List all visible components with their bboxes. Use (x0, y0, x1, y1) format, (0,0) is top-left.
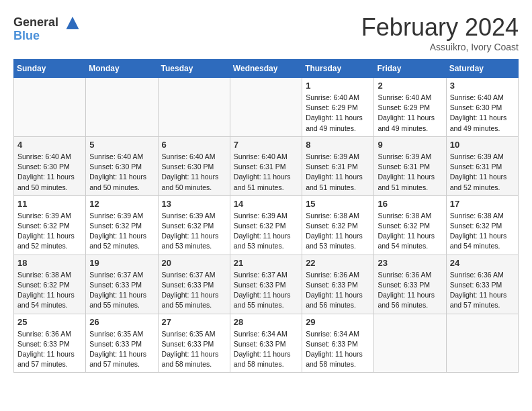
day-info: Sunrise: 6:36 AM Sunset: 6:33 PM Dayligh… (17, 329, 82, 370)
day-info: Sunrise: 6:39 AM Sunset: 6:31 PM Dayligh… (378, 152, 442, 193)
calendar-cell: 15Sunrise: 6:38 AM Sunset: 6:32 PM Dayli… (302, 195, 374, 255)
day-number: 10 (450, 140, 515, 150)
calendar-cell: 22Sunrise: 6:36 AM Sunset: 6:33 PM Dayli… (302, 255, 374, 314)
calendar-cell: 14Sunrise: 6:39 AM Sunset: 6:32 PM Dayli… (230, 195, 302, 255)
calendar-cell: 29Sunrise: 6:34 AM Sunset: 6:33 PM Dayli… (302, 314, 374, 373)
day-info: Sunrise: 6:40 AM Sunset: 6:30 PM Dayligh… (17, 152, 82, 193)
calendar-cell: 2Sunrise: 6:40 AM Sunset: 6:29 PM Daylig… (374, 78, 446, 137)
column-header-friday: Friday (374, 60, 446, 78)
day-number: 20 (162, 258, 226, 268)
day-number: 12 (89, 199, 154, 209)
calendar-week-row: 11Sunrise: 6:39 AM Sunset: 6:32 PM Dayli… (14, 195, 519, 255)
column-header-thursday: Thursday (302, 60, 374, 78)
calendar-cell: 5Sunrise: 6:40 AM Sunset: 6:30 PM Daylig… (86, 136, 158, 195)
calendar-cell: 4Sunrise: 6:40 AM Sunset: 6:30 PM Daylig… (14, 136, 86, 195)
calendar-cell: 12Sunrise: 6:39 AM Sunset: 6:32 PM Dayli… (86, 195, 158, 255)
day-info: Sunrise: 6:37 AM Sunset: 6:33 PM Dayligh… (89, 270, 154, 311)
day-info: Sunrise: 6:38 AM Sunset: 6:32 PM Dayligh… (378, 211, 442, 252)
day-info: Sunrise: 6:38 AM Sunset: 6:32 PM Dayligh… (17, 270, 82, 311)
day-number: 29 (306, 317, 370, 327)
calendar-cell: 1Sunrise: 6:40 AM Sunset: 6:29 PM Daylig… (302, 78, 374, 137)
month-title: February 2024 (361, 13, 519, 42)
day-number: 16 (378, 199, 442, 209)
calendar-cell: 16Sunrise: 6:38 AM Sunset: 6:32 PM Dayli… (374, 195, 446, 255)
day-number: 22 (306, 258, 370, 268)
calendar-cell: 26Sunrise: 6:35 AM Sunset: 6:33 PM Dayli… (86, 314, 158, 373)
calendar-cell: 11Sunrise: 6:39 AM Sunset: 6:32 PM Dayli… (14, 195, 86, 255)
day-number: 24 (450, 258, 515, 268)
day-number: 8 (306, 140, 370, 150)
day-info: Sunrise: 6:36 AM Sunset: 6:33 PM Dayligh… (378, 270, 442, 311)
title-area: February 2024 Assuikro, Ivory Coast (361, 13, 519, 52)
day-number: 7 (234, 140, 298, 150)
day-number: 18 (17, 258, 82, 268)
column-header-sunday: Sunday (14, 60, 86, 78)
calendar-cell (14, 78, 86, 137)
day-number: 15 (306, 199, 370, 209)
day-info: Sunrise: 6:40 AM Sunset: 6:29 PM Dayligh… (378, 93, 442, 134)
day-info: Sunrise: 6:39 AM Sunset: 6:32 PM Dayligh… (89, 211, 154, 252)
logo: General Blue (13, 13, 83, 43)
day-info: Sunrise: 6:35 AM Sunset: 6:33 PM Dayligh… (89, 329, 154, 370)
calendar-cell: 7Sunrise: 6:40 AM Sunset: 6:31 PM Daylig… (230, 136, 302, 195)
calendar-cell: 10Sunrise: 6:39 AM Sunset: 6:31 PM Dayli… (446, 136, 518, 195)
day-info: Sunrise: 6:39 AM Sunset: 6:31 PM Dayligh… (306, 152, 370, 193)
day-info: Sunrise: 6:39 AM Sunset: 6:31 PM Dayligh… (450, 152, 515, 193)
day-info: Sunrise: 6:34 AM Sunset: 6:33 PM Dayligh… (306, 329, 370, 370)
day-number: 11 (17, 199, 82, 209)
column-header-monday: Monday (86, 60, 158, 78)
column-header-tuesday: Tuesday (158, 60, 230, 78)
calendar-cell: 6Sunrise: 6:40 AM Sunset: 6:30 PM Daylig… (158, 136, 230, 195)
day-number: 23 (378, 258, 442, 268)
day-info: Sunrise: 6:36 AM Sunset: 6:33 PM Dayligh… (306, 270, 370, 311)
day-number: 14 (234, 199, 298, 209)
calendar-week-row: 4Sunrise: 6:40 AM Sunset: 6:30 PM Daylig… (14, 136, 519, 195)
day-number: 2 (378, 81, 442, 91)
day-number: 1 (306, 81, 370, 91)
column-header-saturday: Saturday (446, 60, 518, 78)
calendar-cell: 28Sunrise: 6:34 AM Sunset: 6:33 PM Dayli… (230, 314, 302, 373)
day-number: 6 (162, 140, 226, 150)
logo-text-line1: General (13, 15, 58, 29)
day-number: 3 (450, 81, 515, 91)
calendar-week-row: 1Sunrise: 6:40 AM Sunset: 6:29 PM Daylig… (14, 78, 519, 137)
calendar-cell: 24Sunrise: 6:36 AM Sunset: 6:33 PM Dayli… (446, 255, 518, 314)
day-info: Sunrise: 6:40 AM Sunset: 6:29 PM Dayligh… (306, 93, 370, 134)
day-number: 19 (89, 258, 154, 268)
day-info: Sunrise: 6:39 AM Sunset: 6:32 PM Dayligh… (234, 211, 298, 252)
day-info: Sunrise: 6:40 AM Sunset: 6:30 PM Dayligh… (89, 152, 154, 193)
calendar-cell: 13Sunrise: 6:39 AM Sunset: 6:32 PM Dayli… (158, 195, 230, 255)
day-number: 21 (234, 258, 298, 268)
column-header-wednesday: Wednesday (230, 60, 302, 78)
header: General Blue February 2024 Assuikro, Ivo… (13, 13, 519, 52)
calendar-cell (230, 78, 302, 137)
day-info: Sunrise: 6:35 AM Sunset: 6:33 PM Dayligh… (162, 329, 226, 370)
day-info: Sunrise: 6:37 AM Sunset: 6:33 PM Dayligh… (162, 270, 226, 311)
calendar-cell: 8Sunrise: 6:39 AM Sunset: 6:31 PM Daylig… (302, 136, 374, 195)
calendar-cell (446, 314, 518, 373)
calendar-cell: 25Sunrise: 6:36 AM Sunset: 6:33 PM Dayli… (14, 314, 86, 373)
day-number: 13 (162, 199, 226, 209)
day-info: Sunrise: 6:38 AM Sunset: 6:32 PM Dayligh… (450, 211, 515, 252)
day-number: 4 (17, 140, 82, 150)
svg-marker-0 (66, 17, 79, 30)
calendar-cell: 3Sunrise: 6:40 AM Sunset: 6:30 PM Daylig… (446, 78, 518, 137)
day-info: Sunrise: 6:36 AM Sunset: 6:33 PM Dayligh… (450, 270, 515, 311)
calendar-table: SundayMondayTuesdayWednesdayThursdayFrid… (13, 59, 519, 373)
calendar-cell: 20Sunrise: 6:37 AM Sunset: 6:33 PM Dayli… (158, 255, 230, 314)
calendar-week-row: 18Sunrise: 6:38 AM Sunset: 6:32 PM Dayli… (14, 255, 519, 314)
calendar-header-row: SundayMondayTuesdayWednesdayThursdayFrid… (14, 60, 519, 78)
calendar-cell: 18Sunrise: 6:38 AM Sunset: 6:32 PM Dayli… (14, 255, 86, 314)
calendar-cell: 17Sunrise: 6:38 AM Sunset: 6:32 PM Dayli… (446, 195, 518, 255)
calendar-week-row: 25Sunrise: 6:36 AM Sunset: 6:33 PM Dayli… (14, 314, 519, 373)
day-info: Sunrise: 6:38 AM Sunset: 6:32 PM Dayligh… (306, 211, 370, 252)
day-info: Sunrise: 6:40 AM Sunset: 6:30 PM Dayligh… (450, 93, 515, 134)
calendar-cell: 27Sunrise: 6:35 AM Sunset: 6:33 PM Dayli… (158, 314, 230, 373)
day-number: 27 (162, 317, 226, 327)
calendar-cell: 9Sunrise: 6:39 AM Sunset: 6:31 PM Daylig… (374, 136, 446, 195)
calendar-cell: 21Sunrise: 6:37 AM Sunset: 6:33 PM Dayli… (230, 255, 302, 314)
subtitle: Assuikro, Ivory Coast (361, 42, 519, 52)
day-number: 28 (234, 317, 298, 327)
day-number: 9 (378, 140, 442, 150)
calendar-cell: 19Sunrise: 6:37 AM Sunset: 6:33 PM Dayli… (86, 255, 158, 314)
